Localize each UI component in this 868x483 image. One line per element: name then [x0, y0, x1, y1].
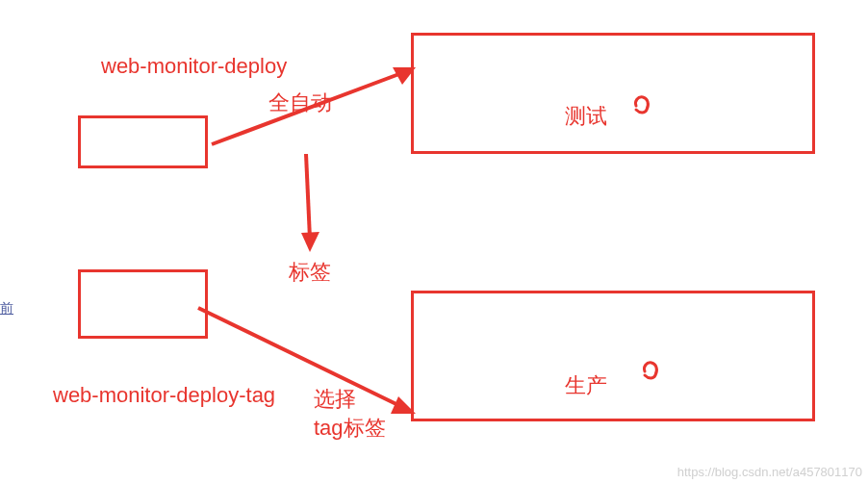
arrow-to-prod [0, 0, 868, 483]
svg-line-4 [198, 308, 404, 408]
